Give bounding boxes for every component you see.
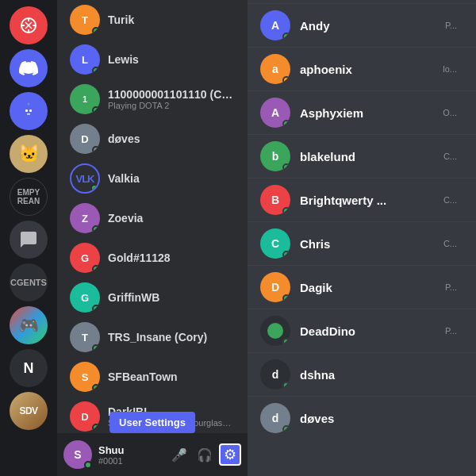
friend-info-zoevia: Zoevia: [108, 212, 235, 225]
right-status-asphyxiem: O...: [443, 108, 457, 117]
user-name: Shuu: [98, 444, 162, 456]
server-icon-sdv[interactable]: SDV: [10, 392, 48, 430]
right-friend-blakelund[interactable]: b blakelund C...: [248, 134, 476, 178]
friend-list: T Turik L Lewis 1 1100000001101110 (CO..…: [57, 0, 248, 433]
right-status-andy: P...: [445, 21, 457, 30]
friend-info-valkia: Valkia: [108, 172, 235, 185]
right-friend-andy[interactable]: A Andy P...: [248, 3, 476, 47]
right-status-dot-chris: [282, 251, 290, 259]
valkia-text: VLK: [76, 173, 94, 185]
svg-rect-13: [21, 109, 23, 113]
right-friend-doves-r[interactable]: d døves: [248, 396, 476, 440]
right-avatar-blakelund: b: [260, 141, 290, 171]
friend-name-griffin: GriffinWB: [108, 291, 235, 304]
headset-icon: 🎧: [197, 447, 213, 463]
friend-info-dota: 1100000001101110 (CO... Playing DOTA 2: [108, 88, 235, 110]
right-status-dot-deaddino: [282, 338, 290, 346]
friend-name-turik: Turik: [108, 13, 235, 26]
right-name-deaddino: DeadDino: [300, 324, 445, 338]
right-friend-dagik[interactable]: D Dagik P...: [248, 265, 476, 309]
right-name-asphyxiem: Asphyxiem: [300, 106, 443, 120]
right-status-dot-andy: [282, 33, 290, 40]
friend-item-trs[interactable]: T TRS_Insane (Cory): [63, 317, 241, 357]
right-status-dot-aphoenix: [282, 76, 290, 84]
right-status-brightqwerty: C...: [443, 195, 457, 205]
right-avatar-aphoenix: a: [260, 54, 290, 84]
right-friend-deaddino[interactable]: DeadDino P...: [248, 309, 476, 352]
status-dot-doves: [92, 146, 100, 154]
right-friend-aphoenix[interactable]: a aphoenix lo...: [248, 47, 476, 90]
friend-info-griffin: GriffinWB: [108, 291, 235, 304]
server-icon-n[interactable]: N: [10, 349, 48, 387]
right-name-aphoenix: aphoenix: [300, 63, 443, 76]
friend-item-griffin[interactable]: G GriffinWB: [63, 278, 241, 317]
server-icon-discord[interactable]: [10, 49, 48, 87]
friend-name-zoevia: Zoevia: [108, 212, 235, 225]
server-icon-chat[interactable]: [10, 221, 48, 259]
right-status-dot-dshna: [282, 382, 290, 390]
friend-avatar-valkia: VLK: [70, 163, 100, 194]
friend-avatar-doves: D: [70, 124, 100, 154]
friend-item-turik[interactable]: T Turik: [63, 0, 241, 40]
right-status-aphoenix: lo...: [443, 64, 457, 74]
friend-info-sf: SFBeanTown: [108, 370, 235, 383]
status-dot-turik: [92, 27, 100, 35]
friend-avatar-lewis: L: [70, 44, 100, 75]
friend-item-doves[interactable]: D døves: [63, 119, 241, 159]
mic-button[interactable]: 🎤: [168, 443, 190, 466]
right-name-blakelund: blakelund: [300, 150, 443, 163]
friend-info-gold: Gold#11128: [108, 251, 235, 264]
friend-avatar-gold: G: [70, 243, 100, 273]
server-icon-empyrean[interactable]: EMPYREAN: [10, 178, 48, 216]
server-icon-robot[interactable]: [10, 92, 48, 130]
right-friend-list: A Andy P... a aphoenix lo... A Asphyxiem…: [248, 0, 476, 476]
friend-name-trs: TRS_Insane (Cory): [108, 331, 235, 344]
svg-rect-7: [23, 107, 34, 117]
right-status-dot-dagik: [282, 294, 290, 302]
status-dot-valkia: [90, 184, 98, 192]
right-status-chris: C...: [443, 239, 457, 248]
right-friend-dshna[interactable]: d dshna: [248, 352, 476, 396]
user-panel-controls: 🎤 🎧 ⚙: [168, 443, 241, 466]
headset-button[interactable]: 🎧: [194, 443, 216, 466]
right-avatar-chris: C: [260, 228, 290, 259]
right-friend-asphyxiem[interactable]: A Asphyxiem O...: [248, 90, 476, 134]
mic-icon: 🎤: [171, 447, 187, 463]
right-name-doves-r: døves: [300, 412, 463, 425]
friend-info-turik: Turik: [108, 13, 235, 26]
svg-rect-9: [29, 109, 32, 112]
right-friend-brightqwerty[interactable]: B Brightqwerty ... C...: [248, 178, 476, 221]
status-dot-griffin: [92, 305, 100, 313]
friend-name-lewis: Lewis: [108, 53, 235, 66]
server-letter-n: N: [24, 360, 34, 377]
friend-item-gold[interactable]: G Gold#11128: [63, 238, 241, 278]
right-status-dagik: P...: [445, 282, 457, 292]
status-dot-trs: [92, 344, 100, 352]
friend-avatar-zoevia: Z: [70, 203, 100, 233]
friend-item-zoevia[interactable]: Z Zoevia: [63, 198, 241, 238]
server-icon-game[interactable]: 🎮: [10, 306, 48, 344]
right-status-blakelund: C...: [443, 152, 457, 161]
friend-item-sf[interactable]: S SFBeanTown: [63, 357, 241, 397]
right-friend-chris[interactable]: C Chris C...: [248, 221, 476, 265]
status-dot-gold: [92, 265, 100, 273]
status-dot-dark: [92, 424, 100, 432]
server-icon-cat[interactable]: 🐱: [10, 135, 48, 173]
right-status-dot-brightqwerty: [282, 207, 290, 215]
friend-item-dota[interactable]: 1 1100000001101110 (CO... Playing DOTA 2: [63, 79, 241, 119]
right-name-chris: Chris: [300, 237, 443, 251]
server-icon-crosshair[interactable]: [10, 6, 48, 44]
right-name-dshna: dshna: [300, 368, 457, 382]
friend-item-lewis[interactable]: L Lewis: [63, 40, 241, 79]
friend-item-valkia[interactable]: VLK Valkia: [63, 159, 241, 198]
server-icon-cogents[interactable]: CGENTS: [10, 263, 48, 301]
right-name-brightqwerty: Brightqwerty ...: [300, 194, 443, 207]
friend-info-lewis: Lewis: [108, 53, 235, 66]
svg-point-12: [28, 103, 30, 106]
svg-rect-8: [25, 109, 28, 112]
user-settings-tooltip: User Settings: [109, 412, 195, 433]
right-avatar-andy: A: [260, 10, 290, 40]
settings-button[interactable]: ⚙: [219, 443, 241, 466]
channel-sidebar: T Turik L Lewis 1 1100000001101110 (CO..…: [57, 0, 248, 476]
friend-avatar-griffin: G: [70, 282, 100, 313]
